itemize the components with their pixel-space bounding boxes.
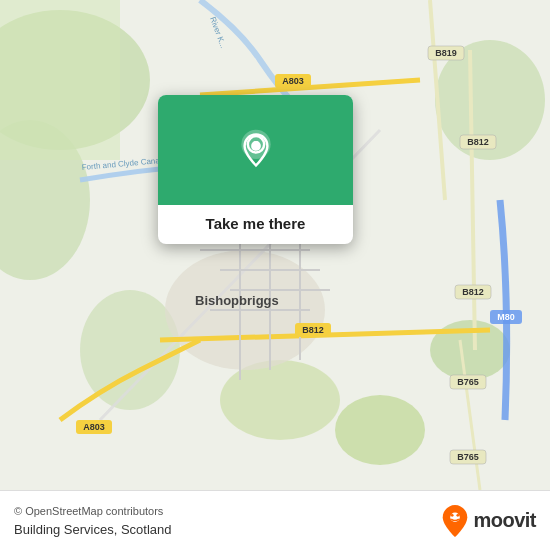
moovit-pin-icon bbox=[441, 504, 469, 538]
svg-text:B812: B812 bbox=[467, 137, 489, 147]
svg-text:M80: M80 bbox=[497, 312, 515, 322]
location-pin-icon bbox=[234, 128, 278, 172]
take-me-there-button[interactable]: Take me there bbox=[158, 205, 353, 244]
svg-text:Bishopbriggs: Bishopbriggs bbox=[195, 293, 279, 308]
svg-text:A803: A803 bbox=[83, 422, 105, 432]
svg-point-4 bbox=[80, 290, 180, 410]
svg-text:B819: B819 bbox=[435, 48, 457, 58]
svg-text:B812: B812 bbox=[302, 325, 324, 335]
svg-point-5 bbox=[220, 360, 340, 440]
map-attribution: © OpenStreetMap contributors bbox=[14, 504, 172, 519]
svg-point-49 bbox=[451, 513, 454, 516]
place-label: Building Services, Scotland bbox=[14, 522, 172, 537]
popup-green-area bbox=[158, 95, 353, 205]
svg-text:B765: B765 bbox=[457, 452, 479, 462]
moovit-logo: moovit bbox=[441, 504, 536, 538]
popup-card: Take me there bbox=[158, 95, 353, 244]
svg-point-47 bbox=[251, 141, 261, 151]
moovit-brand-text: moovit bbox=[473, 509, 536, 532]
map-container[interactable]: Forth and Clyde Canal River K... bbox=[0, 0, 550, 490]
svg-rect-3 bbox=[0, 0, 120, 160]
svg-text:B765: B765 bbox=[457, 377, 479, 387]
svg-text:B812: B812 bbox=[462, 287, 484, 297]
svg-point-50 bbox=[457, 513, 460, 516]
svg-text:A803: A803 bbox=[282, 76, 304, 86]
bottom-bar: © OpenStreetMap contributors Building Se… bbox=[0, 490, 550, 550]
svg-point-6 bbox=[335, 395, 425, 465]
